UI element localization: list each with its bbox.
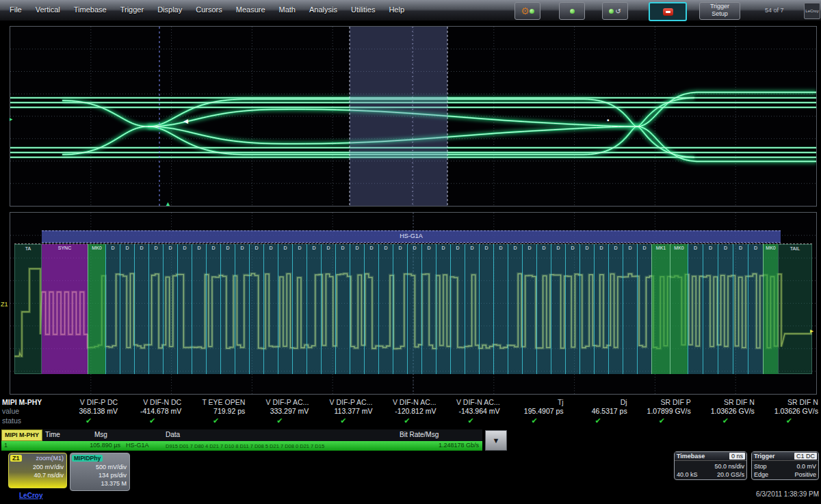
- symbol-cell-d: D: [551, 244, 565, 374]
- decode-waveform-graticule: HS-G1A TASYNCMK0DDDDDDDDDDDDDDDDDDDDDDDD…: [10, 212, 817, 395]
- measure-column-label: T EYE OPEN: [184, 398, 248, 407]
- measure-status-check-icon: ✔: [375, 416, 439, 425]
- menu-item-utilities[interactable]: Utilities: [344, 4, 382, 15]
- symbol-cell-label: D: [106, 246, 120, 250]
- status-toolbar-button[interactable]: [559, 2, 585, 20]
- symbol-cell-d: D: [608, 244, 623, 374]
- symbol-cell-d: D: [465, 244, 479, 374]
- timebase-scale-value: 50.0 ns/div: [714, 463, 744, 470]
- symbol-cell-label: SYNC: [42, 246, 88, 250]
- menu-item-vertical[interactable]: Vertical: [29, 4, 67, 15]
- cursor-dot-marker[interactable]: ▪: [607, 116, 610, 124]
- measure-column-label: SR DIF N: [757, 398, 821, 407]
- symbol-cell-label: D: [436, 246, 450, 250]
- trigger-stop-button[interactable]: [649, 2, 687, 21]
- symbol-cell-label: D: [733, 246, 748, 250]
- symbol-cell-d: D: [364, 244, 378, 374]
- footer-link[interactable]: LeCroy: [19, 492, 42, 499]
- trigger-setup-button[interactable]: Trigger Setup: [699, 2, 740, 20]
- red-trigger-icon: [663, 8, 673, 16]
- symbol-cell-d: D: [688, 244, 703, 374]
- symbol-cell-ta: TA: [14, 244, 42, 374]
- menu-item-file[interactable]: File: [3, 4, 29, 15]
- menu-item-help[interactable]: Help: [382, 4, 411, 15]
- trigger-mode-label: Stop: [754, 463, 767, 470]
- chevron-down-icon: ▼: [493, 436, 500, 445]
- measure-column-value: 1.03626 GV/s: [757, 407, 821, 416]
- symbol-cell-d: D: [350, 244, 364, 374]
- symbol-cell-d: D: [536, 244, 551, 374]
- decode-protocol-tab[interactable]: MIPI M-PHY: [1, 429, 42, 441]
- menu-item-measure[interactable]: Measure: [229, 4, 272, 15]
- symbol-cell-label: D: [135, 246, 148, 250]
- gear-icon: ⚙: [521, 6, 530, 16]
- symbol-cell-d: D: [393, 244, 407, 374]
- mipi-decode-descriptor[interactable]: MIPIDPhy 500 mV/div 134 ps/div 13.375 M: [70, 453, 130, 491]
- green-dot-icon: [530, 9, 534, 14]
- measure-column-label: V DIF-N AC...: [439, 398, 502, 407]
- timebase-samplerate: 20.0 GS/s: [717, 471, 744, 478]
- symbol-cell-label: D: [609, 246, 623, 250]
- z1-tab: Z1: [10, 455, 22, 462]
- symbol-cell-label: D: [623, 246, 637, 250]
- symbol-cell-label: D: [207, 246, 220, 250]
- menu-item-timebase[interactable]: Timebase: [67, 4, 114, 15]
- symbol-cell-label: D: [703, 246, 718, 250]
- symbol-cell-d: D: [421, 244, 436, 374]
- undo-arrow-icon: ↺: [615, 8, 621, 15]
- symbol-cell-label: D: [465, 246, 479, 250]
- symbol-cell-d: D: [579, 244, 594, 374]
- trigger-descriptor[interactable]: Trigger C1 DC Stop 0.0 mV Edge Positive: [751, 451, 819, 480]
- measure-column-value: 1.07899 GV/s: [630, 407, 694, 416]
- symbol-cell-label: D: [192, 246, 206, 250]
- symbol-cell-label: D: [293, 246, 307, 250]
- trigger-position-icon[interactable]: ▲: [165, 201, 171, 207]
- timebase-offset-chip: 0 ns: [729, 453, 745, 460]
- timebase-descriptor[interactable]: Timebase 0 ns 50.0 ns/div 40.0 kS 20.0 G…: [674, 451, 747, 480]
- measure-status-check-icon: ✔: [757, 416, 821, 425]
- decode-table-dropdown-button[interactable]: ▼: [485, 430, 507, 451]
- z1-vdiv: 200 mV/div: [33, 464, 64, 470]
- menu-item-math[interactable]: Math: [272, 4, 302, 15]
- symbol-cell-label: D: [480, 246, 493, 250]
- decode-table-row[interactable]: 1 105.890 µs HS-G1A D915 D01 7 D80 4 D21…: [1, 441, 482, 451]
- measure-label-row: MIPI M-PHY V DIF-P DCV DIF-N DCT EYE OPE…: [0, 398, 821, 407]
- symbol-cell-label: MK0: [670, 246, 688, 250]
- menu-item-analysis[interactable]: Analysis: [302, 4, 344, 15]
- measurement-gate-region[interactable]: [350, 27, 447, 206]
- symbol-cell-label: D: [688, 246, 703, 250]
- menu-item-cursors[interactable]: Cursors: [189, 4, 229, 15]
- menu-item-trigger[interactable]: Trigger: [114, 4, 151, 15]
- measure-column-value: 368.138 mV: [57, 407, 120, 416]
- measure-status-row-label: status: [0, 416, 57, 425]
- trigger-source-chip: C1 DC: [794, 453, 817, 460]
- symbol-cell-mk1: MK1: [651, 244, 670, 374]
- settings-toolbar-button[interactable]: ⚙: [514, 2, 540, 20]
- symbol-cell-label: D: [365, 246, 378, 250]
- symbol-cell-label: D: [566, 246, 579, 250]
- symbol-cell-d: D: [522, 244, 536, 374]
- cursor-left-marker[interactable]: ◀: [183, 118, 188, 124]
- symbol-cell-d: D: [407, 244, 421, 374]
- symbol-cell-d: D: [120, 244, 134, 374]
- menu-item-display[interactable]: Display: [151, 4, 189, 15]
- symbol-cell-label: MK1: [652, 246, 670, 250]
- symbol-cell-label: D: [178, 246, 192, 250]
- symbol-cell-label: TA: [15, 246, 41, 251]
- trace-end-arrow-icon: ▸: [810, 327, 813, 334]
- symbol-cell-label: D: [149, 246, 163, 250]
- measure-column-value: 1.03626 GV/s: [694, 407, 757, 416]
- col-header-rate: Bit Rate/Msg: [400, 431, 439, 438]
- zoom-trace-descriptor[interactable]: Z1 zoom(M1) 200 mV/div 40.7 ns/div: [8, 453, 67, 488]
- symbol-cell-label: D: [551, 246, 565, 250]
- measure-column-label: SR DIF N: [694, 398, 757, 407]
- refresh-toolbar-button[interactable]: ↺: [602, 2, 628, 20]
- symbol-cell-d: D: [718, 244, 733, 374]
- trigger-setup-label-2: Setup: [700, 10, 740, 18]
- symbol-cell-label: D: [508, 246, 522, 250]
- trigger-setup-label-1: Trigger: [700, 3, 740, 10]
- symbol-cell-d: D: [278, 244, 292, 374]
- row-rate: 1.248178 Gb/s: [385, 442, 479, 449]
- trigger-header: Trigger C1 DC: [752, 452, 818, 461]
- menu-bar: FileVerticalTimebaseTriggerDisplayCursor…: [0, 0, 821, 21]
